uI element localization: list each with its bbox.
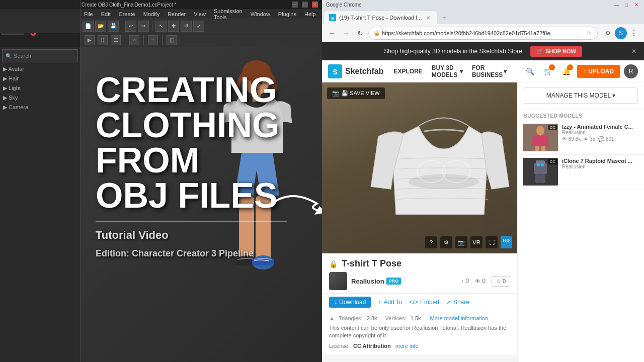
tshirt-svg	[363, 94, 517, 234]
toolbar-undo[interactable]: ↩	[125, 21, 136, 32]
model-3d-viewer[interactable]: 📷 💾 SAVE VIEW	[322, 82, 517, 253]
shop-cart-icon: 🛒	[536, 48, 543, 55]
license-label: License:	[329, 343, 350, 349]
toolbar-rotate[interactable]: ↺	[181, 21, 192, 32]
model-description: This content can be only used for Reallu…	[329, 324, 510, 340]
menu-view[interactable]: View	[192, 11, 207, 17]
author-avatar[interactable]	[329, 272, 347, 290]
toolbar-select[interactable]: ↖	[155, 21, 167, 32]
menu-file[interactable]: File	[83, 11, 95, 17]
viewport-btn-1[interactable]: ▶	[85, 35, 95, 45]
close-button[interactable]: ✕	[312, 2, 318, 8]
bookmark-star-icon[interactable]: ☆	[585, 30, 592, 37]
sidebar-camera[interactable]: ▶ Camera	[0, 103, 80, 112]
upload-button[interactable]: ↑ UPLOAD	[577, 65, 620, 78]
forward-button[interactable]: →	[340, 27, 352, 39]
toolbar-scale[interactable]: ⤢	[193, 21, 204, 32]
toolbar-open[interactable]: 📂	[95, 21, 106, 32]
screenshot-btn[interactable]: 📷	[455, 236, 467, 248]
menu-help[interactable]: Help	[303, 11, 317, 17]
suggested-title: SUGGESTED MODELS	[518, 109, 644, 121]
overlay-line4: OBJ FILES	[96, 178, 287, 213]
toolbar-redo[interactable]: ↪	[138, 21, 149, 32]
notifications-btn[interactable]: 🔔	[559, 64, 573, 78]
menu-edit[interactable]: Edit	[100, 11, 112, 17]
viewport-btn-3[interactable]: ☰	[111, 35, 121, 45]
nav-buy-3d-models[interactable]: BUY 3D MODELS ▾	[428, 62, 467, 80]
search-icon-btn[interactable]: 🔍	[523, 64, 537, 78]
browser-menu-icon[interactable]: ⋮	[628, 27, 640, 39]
settings-btn[interactable]: ⚙	[440, 236, 452, 248]
suggested-name-2: iClone 7 Raptoid Mascot ...	[562, 158, 639, 164]
fav-button[interactable]: ☆ 0	[492, 276, 510, 287]
browser-close-btn[interactable]: ✕	[633, 1, 640, 8]
tab-close-btn[interactable]: ✕	[425, 14, 432, 21]
manage-model-button[interactable]: MANAGE THIS MODEL ▾	[524, 87, 638, 104]
new-tab-btn[interactable]: +	[437, 11, 451, 24]
cart-btn[interactable]: 🛒	[541, 64, 555, 78]
vr-btn[interactable]: VR	[470, 236, 482, 248]
suggested-thumb-1: CC	[523, 124, 558, 151]
sidebar-avatar[interactable]: ▶ Avatar	[0, 64, 80, 74]
address-bar[interactable]: 🔒 https://sketchfab.com/models/20fbb246b…	[368, 27, 598, 40]
license-more-info-link[interactable]: more info	[395, 343, 419, 349]
viewport-btn-5[interactable]: ≡	[148, 35, 158, 45]
toolbar-save[interactable]: 💾	[108, 21, 119, 32]
sf-logo[interactable]: S Sketchfab	[328, 64, 383, 78]
more-model-info-link[interactable]: More model information	[430, 315, 489, 321]
svg-text:S: S	[331, 16, 334, 21]
back-button[interactable]: ←	[326, 27, 338, 39]
sidebar-hair[interactable]: ▶ Hair	[0, 74, 80, 83]
embed-label: Embed	[420, 299, 439, 306]
toolbar-move[interactable]: ✚	[168, 21, 179, 32]
viewport-btn-4[interactable]: ○	[129, 35, 139, 45]
nav-explore[interactable]: EXPLORE	[389, 66, 426, 77]
suggested-item-1[interactable]: CC Izzy - Animated Female C... Reallusio…	[518, 121, 644, 155]
menu-render[interactable]: Render	[166, 11, 187, 17]
fullscreen-btn[interactable]: ⛶	[486, 236, 498, 248]
for-business-arrow: ▾	[504, 68, 507, 75]
menu-modify[interactable]: Modify	[142, 11, 161, 17]
overlay-line2: CLOTHING	[96, 108, 287, 143]
add-to-button[interactable]: + Add To	[378, 297, 402, 307]
minimize-button[interactable]: —	[292, 2, 298, 8]
menu-create[interactable]: Create	[117, 11, 137, 17]
suggested-models-section: SUGGESTED MODELS CC	[518, 109, 644, 189]
maximize-button[interactable]: □	[302, 2, 308, 8]
browser-navbar: ← → ↻ 🔒 https://sketchfab.com/models/20f…	[322, 24, 644, 42]
nav-for-business[interactable]: FOR BUSINESS ▾	[468, 62, 511, 80]
viewport-btn-2[interactable]: ⟩⟩	[98, 35, 108, 45]
share-button[interactable]: ↗ Share	[446, 297, 469, 307]
user-avatar-btn[interactable]: R	[624, 64, 638, 78]
add-icon: +	[378, 299, 381, 306]
profile-icon[interactable]: S	[615, 27, 627, 39]
browser-maximize-btn[interactable]: □	[623, 1, 630, 8]
promo-close-button[interactable]: ✕	[629, 46, 639, 56]
vertices-val: 1.5k	[411, 315, 421, 321]
viewport-btn-6[interactable]: ◫	[167, 35, 177, 45]
suggested-badge-1: CC	[548, 125, 557, 130]
menu-submission-tools[interactable]: Submission Tools	[212, 8, 244, 20]
sf-left-content: 📷 💾 SAVE VIEW	[322, 82, 517, 354]
upload-icon: ↑	[583, 68, 586, 75]
sidebar-light[interactable]: ▶ Light	[0, 83, 80, 93]
sidebar-sky[interactable]: ▶ Sky	[0, 93, 80, 103]
model-viewer-controls: ? ⚙ 📷 VR ⛶ HD	[425, 236, 512, 248]
download-button[interactable]: ↓ Download	[329, 297, 371, 308]
browser-minimize-btn[interactable]: —	[613, 1, 620, 8]
suggested-item-2[interactable]: CC iClone 7 Raptoid Mascot ... Reallusio…	[518, 155, 644, 189]
overlay-edition: Edition: Character Creator 3 Pipeline	[96, 249, 287, 258]
shop-now-button[interactable]: 🛒 SHOP NOW	[530, 46, 582, 57]
menu-bar: File Edit Create Modify Render View Subm…	[80, 9, 322, 19]
embed-button[interactable]: </> Embed	[410, 297, 439, 307]
refresh-button[interactable]: ↻	[354, 27, 366, 39]
suggested-author-2: Reallusion	[562, 164, 639, 169]
menu-plugins[interactable]: Plugins	[277, 11, 298, 17]
notif-badge	[567, 64, 573, 70]
browser-active-tab[interactable]: S (19) T-shirt T Pose - Download f... ✕	[324, 11, 437, 24]
extensions-icon[interactable]: ⚙	[602, 27, 614, 39]
help-btn[interactable]: ?	[425, 236, 437, 248]
overlay-line1: CREATING	[96, 72, 287, 108]
toolbar-new[interactable]: 📄	[83, 21, 94, 32]
menu-window[interactable]: Window	[249, 11, 272, 17]
